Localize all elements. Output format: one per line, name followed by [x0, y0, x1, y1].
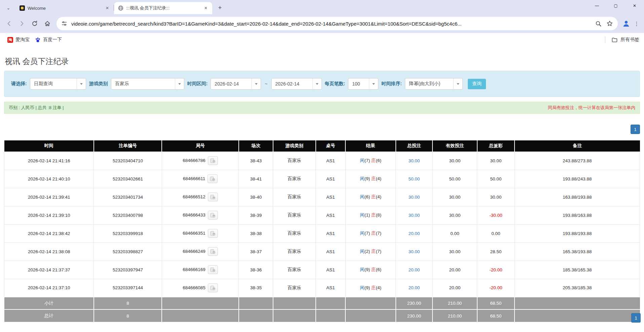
- cell-table-no: AS1: [316, 188, 346, 206]
- per-page-select[interactable]: 100: [348, 78, 378, 90]
- chevron-down-icon[interactable]: [453, 78, 462, 89]
- video-replay-icon[interactable]: [207, 174, 218, 183]
- player-result: 闲: [360, 231, 365, 236]
- player-result: 闲: [360, 267, 365, 272]
- video-replay-icon[interactable]: [208, 211, 218, 220]
- cell-payout: -20.00: [477, 261, 515, 279]
- chevron-down-icon[interactable]: [252, 78, 261, 89]
- total-row-cell-8: 210.00: [432, 309, 477, 322]
- cell-total-bet[interactable]: 20.00: [396, 224, 433, 242]
- video-replay-icon[interactable]: [208, 265, 218, 274]
- chevron-down-icon[interactable]: [369, 78, 378, 89]
- cell-round: 684666169: [162, 261, 239, 279]
- chevron-down-icon[interactable]: [77, 78, 86, 89]
- player-result: 闲: [360, 285, 365, 290]
- table-row: 2026-02-14 21:37:10523203397144684666085…: [4, 279, 640, 297]
- site-settings-icon[interactable]: [61, 21, 67, 27]
- cell-remark: 243.88/273.88: [515, 152, 640, 170]
- cell-total-bet[interactable]: 30.00: [396, 188, 433, 206]
- cell-total-bet[interactable]: 20.00: [396, 261, 433, 279]
- cell-session: 38-39: [239, 206, 273, 224]
- cell-total-bet[interactable]: 50.00: [396, 170, 433, 188]
- video-replay-icon[interactable]: [208, 229, 218, 238]
- chevron-down-icon[interactable]: [312, 78, 321, 89]
- close-button[interactable]: ✕: [625, 0, 644, 11]
- cell-total-bet[interactable]: 20.00: [396, 279, 433, 297]
- cell-total-bet[interactable]: 30.00: [396, 152, 433, 170]
- cell-time: 2026-02-14 21:39:41: [4, 188, 94, 206]
- forward-icon[interactable]: [16, 18, 28, 29]
- browser-menu-icon[interactable]: ⋮: [633, 21, 641, 27]
- subtotal-row-cell-7: 230.00: [396, 297, 433, 309]
- cell-bet-id: 523203398827: [94, 242, 162, 261]
- pagination-page-1-bottom[interactable]: 1: [631, 313, 641, 323]
- banker-result: 庄: [371, 176, 376, 181]
- chevron-down-icon[interactable]: [175, 78, 184, 89]
- search-button[interactable]: 查询: [468, 79, 486, 89]
- banker-result: 庄: [371, 267, 376, 272]
- video-replay-icon[interactable]: [208, 284, 218, 292]
- url-text[interactable]: videoie.com/game/betrecord_search/kind3?…: [71, 21, 592, 27]
- game-kind-select[interactable]: 百家乐: [111, 78, 184, 90]
- cell-game-kind: 百家乐: [273, 188, 316, 206]
- all-bookmarks-label[interactable]: 所有书签: [620, 37, 639, 43]
- minimize-button[interactable]: —: [588, 0, 606, 11]
- tab-welcome[interactable]: Welcome ✕: [15, 2, 114, 14]
- cell-remark: 205.38/185.38: [515, 279, 640, 297]
- date-separator: ~: [264, 81, 268, 87]
- video-replay-icon[interactable]: [208, 247, 218, 256]
- bookmark-label: 爱淘宝: [15, 37, 30, 43]
- cell-bet-id: 523203399918: [94, 224, 162, 242]
- round-number: 684666512: [183, 194, 205, 199]
- sort-value: 降幂(由大到小): [405, 78, 453, 89]
- cell-session: 38-38: [239, 224, 273, 242]
- back-icon[interactable]: [3, 18, 15, 29]
- column-header: 局号: [162, 140, 239, 152]
- player-result: 闲: [360, 158, 365, 163]
- player-result: 闲: [360, 249, 365, 254]
- cell-round: 684666249: [162, 242, 239, 261]
- tab-close-icon[interactable]: ✕: [104, 5, 110, 11]
- new-tab-button[interactable]: +: [215, 3, 225, 13]
- subtotal-row-cell-1: 8: [94, 297, 162, 309]
- sort-select[interactable]: 降幂(由大到小): [405, 78, 463, 90]
- banker-result: 庄: [371, 158, 376, 163]
- total-row-cell-0: 总计: [4, 309, 94, 322]
- tab-close-icon[interactable]: ✕: [203, 5, 209, 11]
- url-bar[interactable]: videoie.com/game/betrecord_search/kind3?…: [56, 17, 618, 30]
- bookmark-star-icon[interactable]: [606, 20, 613, 27]
- home-icon[interactable]: [42, 18, 53, 29]
- zoom-icon[interactable]: [595, 21, 602, 27]
- pagination-page-1[interactable]: 1: [631, 125, 640, 134]
- cell-session: 38-43: [239, 152, 273, 170]
- total-row-cell-6: [345, 309, 395, 322]
- cell-total-bet[interactable]: 30.00: [396, 242, 433, 261]
- cell-result: 闲(9) 庄(4): [345, 279, 395, 297]
- bookmarks-divider: [605, 36, 605, 43]
- video-replay-icon[interactable]: [208, 193, 218, 201]
- date-start-input[interactable]: 2026-02-14: [211, 78, 261, 90]
- cell-result: 闲(9) 庄(4): [345, 170, 395, 188]
- cell-time: 2026-02-14 21:41:16: [4, 152, 94, 170]
- cell-table-no: AS1: [316, 261, 346, 279]
- profile-avatar[interactable]: [621, 19, 631, 29]
- cell-total-bet[interactable]: 30.00: [396, 206, 433, 224]
- cell-game-kind: 百家乐: [273, 206, 316, 224]
- cell-valid-bet: 0.00: [432, 224, 477, 242]
- date-start-value: 2026-02-14: [211, 78, 252, 89]
- date-end-input[interactable]: 2026-02-14: [271, 78, 322, 90]
- taobao-icon: 淘: [7, 37, 13, 43]
- video-replay-icon[interactable]: [208, 156, 218, 165]
- bookmark-taobao[interactable]: 淘 爱淘宝: [5, 35, 32, 44]
- bookmark-baidu[interactable]: 百度一下: [32, 35, 65, 44]
- total-row-cell-5: [316, 309, 346, 322]
- per-page-value: 100: [348, 78, 369, 89]
- tab-betrecord[interactable]: :::视讯 会员下注纪录::: ✕: [114, 2, 212, 14]
- reload-icon[interactable]: [29, 18, 40, 29]
- table-row: 2026-02-14 21:40:10523203402661684666611…: [4, 170, 640, 188]
- cell-valid-bet: 30.00: [432, 188, 477, 206]
- maximize-button[interactable]: ▢: [606, 0, 625, 11]
- query-type-select[interactable]: 日期查询: [30, 78, 86, 90]
- tab-search-button[interactable]: ⌄: [3, 2, 14, 13]
- player-result: 闲: [360, 194, 365, 199]
